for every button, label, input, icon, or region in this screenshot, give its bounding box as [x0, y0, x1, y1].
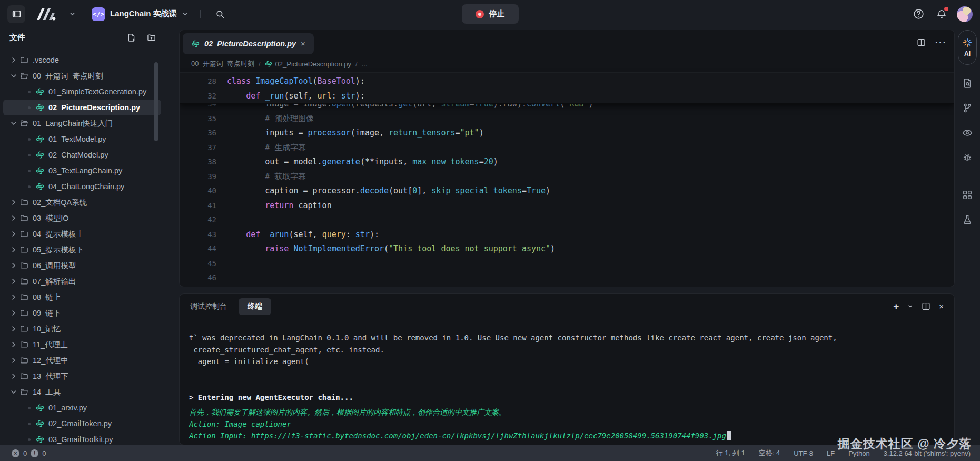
user-avatar[interactable] [957, 6, 973, 22]
titlebar-divider [200, 10, 201, 18]
tree-item[interactable]: 07_解析输出 [3, 273, 161, 289]
stop-button-label: 停止 [489, 9, 505, 19]
python-file-icon [191, 40, 200, 48]
tab-debug-console[interactable]: 调试控制台 [190, 302, 227, 311]
tree-item[interactable]: 01_arxiv.py [3, 400, 161, 416]
warnings-icon[interactable]: ! [31, 449, 38, 457]
python-file-icon [36, 404, 44, 412]
project-name: LangChain 实战课 [110, 9, 177, 19]
tab-close-icon[interactable]: × [301, 40, 305, 47]
tree-item-label: 01_SimpleTextGeneration.py [48, 87, 146, 96]
new-folder-icon [147, 33, 156, 42]
tree-item[interactable]: 13_代理下 [3, 368, 161, 384]
tree-item[interactable]: 02_ChatModel.py [3, 147, 161, 163]
folder-icon [20, 340, 28, 349]
errors-icon[interactable]: × [12, 449, 19, 457]
breadcrumb-more[interactable]: ... [362, 60, 368, 68]
tree-item[interactable]: 03_TextLangChain.py [3, 163, 161, 179]
terminal-output[interactable]: t` was deprecated in LangChain 0.1.0 and… [180, 319, 954, 442]
tree-item[interactable]: 02_PictureDescription.py [3, 100, 161, 115]
tree-item[interactable]: 00_开篇词_奇点时刻 [3, 68, 161, 84]
git-branch-button[interactable] [961, 102, 974, 114]
logo-menu-chevron-icon[interactable] [64, 6, 80, 22]
tree-item[interactable]: 02_GmailToken.py [3, 416, 161, 431]
chevron-right-icon [9, 56, 18, 64]
rail-divider [962, 176, 973, 176]
warnings-count[interactable]: 0 [42, 449, 46, 457]
file-search-button[interactable] [961, 77, 974, 90]
editor-tab[interactable]: 02_PictureDescription.py × [183, 33, 314, 54]
tree-item[interactable]: 09_链下 [3, 305, 161, 321]
editor-area: 02_PictureDescription.py × ··· 00_开篇词_奇点… [179, 30, 955, 287]
chevron-right-icon [9, 230, 18, 238]
tree-item[interactable]: 05_提示模板下 [3, 242, 161, 258]
status-item[interactable]: UTF-8 [794, 449, 813, 457]
tree-item[interactable]: 01_TextModel.py [3, 131, 161, 147]
eye-button[interactable] [961, 126, 974, 139]
tree-item[interactable]: 01_LangChain快速入门 [3, 115, 161, 131]
tree-item[interactable]: 02_文档QA系统 [3, 194, 161, 210]
editor-more-actions-button[interactable]: ··· [935, 38, 947, 47]
tree-item[interactable]: 08_链上 [3, 289, 161, 305]
search-button[interactable] [212, 6, 228, 22]
tree-item-label: 09_链下 [33, 308, 61, 318]
file-explorer-sidebar: 文件 .vscode00_开篇词_奇点时刻01_SimpleTextGenera… [0, 28, 164, 445]
new-folder-button[interactable] [143, 30, 159, 45]
ai-assistant-button[interactable]: AI [958, 30, 977, 65]
status-item[interactable]: LF [827, 449, 835, 457]
extensions-grid-button[interactable] [961, 189, 974, 201]
sidebar-scrollbar[interactable] [154, 62, 158, 141]
split-editor-button[interactable] [917, 38, 926, 47]
tree-item-label: 02_文档QA系统 [33, 198, 87, 208]
code-line: 41 return caption [180, 199, 954, 213]
toggle-sidebar-button[interactable] [7, 5, 25, 23]
tree-item[interactable]: 01_SimpleTextGeneration.py [3, 84, 161, 100]
ai-sparkle-icon [963, 38, 972, 47]
new-terminal-button[interactable]: + [893, 301, 899, 311]
notifications-button[interactable] [934, 6, 949, 22]
flask-button[interactable] [961, 213, 974, 226]
tree-item[interactable]: .vscode [3, 52, 161, 68]
status-item[interactable]: 行 1, 列 1 [716, 448, 745, 458]
help-button[interactable] [910, 6, 926, 22]
folder-icon [20, 198, 28, 207]
breadcrumb-separator: / [355, 60, 358, 68]
tree-item[interactable]: 10_记忆 [3, 321, 161, 337]
breadcrumb-folder[interactable]: 00_开篇词_奇点时刻 [191, 59, 254, 68]
notification-dot [944, 7, 948, 11]
stop-button[interactable]: 停止 [462, 4, 519, 24]
tree-item[interactable]: 12_代理中 [3, 352, 161, 368]
errors-count[interactable]: 0 [23, 449, 27, 457]
tree-item[interactable]: 03_模型IO [3, 210, 161, 226]
tree-item[interactable]: 04_ChatLongChain.py [3, 179, 161, 194]
folder-open-icon [20, 72, 28, 80]
chevron-down-icon [9, 119, 18, 127]
terminal-dropdown-chevron-icon[interactable] [907, 303, 913, 309]
app-logo[interactable] [36, 7, 58, 21]
code-editor[interactable]: 28class ImageCapTool(BaseTool):32 def _r… [180, 73, 954, 287]
python-file-icon [36, 435, 44, 444]
chevron-right-icon [9, 325, 18, 333]
file-dot [28, 170, 31, 172]
breadcrumb-file[interactable]: 02_PictureDescription.py [275, 60, 352, 68]
code-line: 43 def _arun(self, query: str): [180, 228, 954, 242]
tree-item-label: 03_GmailToolkit.py [48, 435, 113, 444]
python-file-icon [36, 182, 44, 191]
status-item[interactable]: 空格: 4 [759, 448, 780, 458]
new-file-button[interactable] [123, 30, 139, 45]
folder-icon [20, 261, 28, 270]
breadcrumb-separator: / [259, 60, 261, 68]
tree-item[interactable]: 04_提示模板上 [3, 226, 161, 242]
tree-item[interactable]: 11_代理上 [3, 337, 161, 352]
split-terminal-button[interactable] [922, 302, 930, 311]
close-panel-icon[interactable]: × [939, 302, 944, 311]
tree-item-label: 04_提示模板上 [33, 229, 84, 239]
tree-item[interactable]: 14_工具 [3, 384, 161, 400]
tab-terminal[interactable]: 终端 [239, 298, 271, 315]
project-switcher[interactable]: </> LangChain 实战课 [92, 7, 189, 21]
bug-button[interactable] [961, 151, 974, 164]
file-dot [28, 423, 31, 425]
tree-item[interactable]: 06_调用模型 [3, 258, 161, 273]
watermark: 掘金技术社区 @ 冷夕落 [838, 436, 972, 452]
chevron-right-icon [9, 246, 18, 254]
